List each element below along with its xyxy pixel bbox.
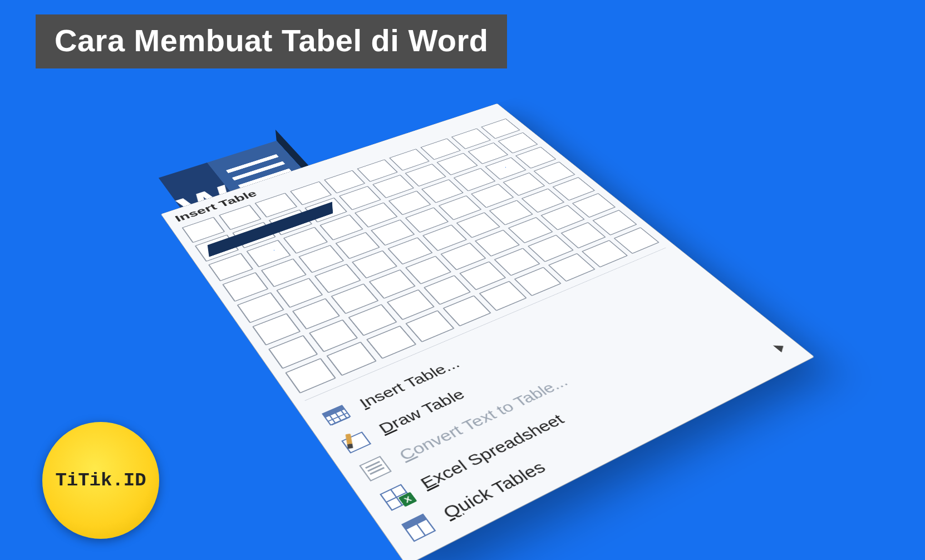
- scene: W Insert Table Insert Table...Draw Table…: [245, 14, 680, 547]
- convert-text-icon: [356, 453, 396, 484]
- word-doc-line: [226, 154, 279, 173]
- tilt-group: W Insert Table Insert Table...Draw Table…: [160, 104, 815, 560]
- table-grid-icon: [317, 401, 355, 430]
- brand-text: TiTik.ID: [55, 470, 146, 491]
- excel-icon: X: [376, 481, 417, 514]
- brand-badge: TiTik.ID: [42, 422, 159, 539]
- quick-tables-icon: [397, 510, 440, 545]
- chevron-right-icon: [773, 342, 788, 352]
- draw-table-icon: [336, 426, 375, 456]
